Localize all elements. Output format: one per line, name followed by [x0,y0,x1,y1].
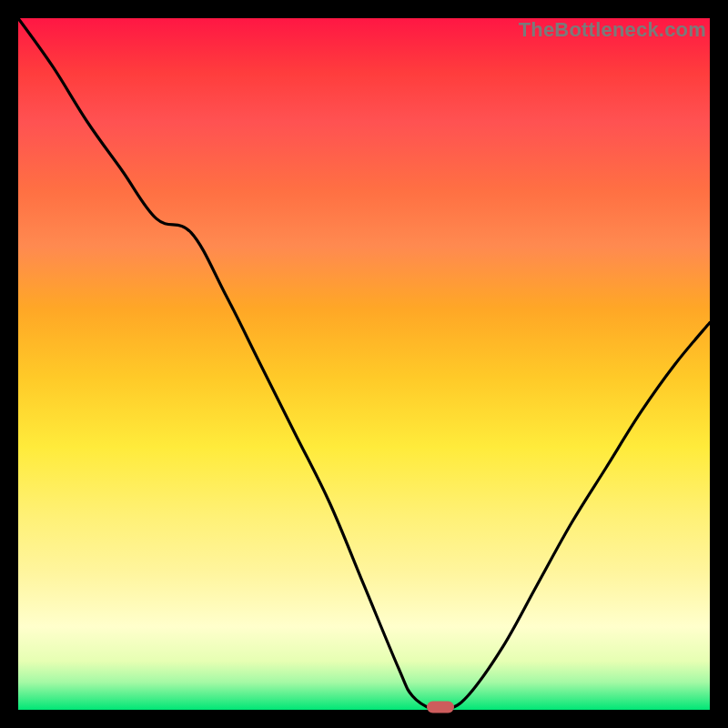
chart-frame: TheBottleneck.com [0,0,728,728]
minimum-marker [427,702,454,713]
bottleneck-curve [18,18,710,710]
plot-area: TheBottleneck.com [18,18,710,710]
